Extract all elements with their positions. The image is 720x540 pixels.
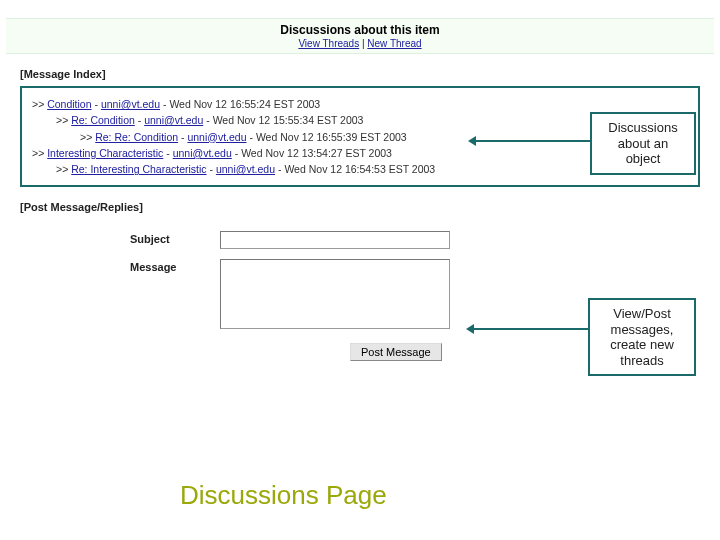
thread-subject-link[interactable]: Condition [47,98,91,110]
callout-viewpost: View/Post messages, create new threads [588,298,696,376]
thread-subject-link[interactable]: Re: Interesting Characteristic [71,163,206,175]
message-textarea[interactable] [220,259,450,329]
thread-subject-link[interactable]: Interesting Characteristic [47,147,163,159]
thread-date: Wed Nov 12 16:55:24 EST 2003 [169,98,320,110]
thread-prefix: >> [32,98,47,110]
thread-subject-link[interactable]: Re: Condition [71,114,135,126]
thread-author-link[interactable]: unni@vt.edu [144,114,203,126]
thread-subject-link[interactable]: Re: Re: Condition [95,131,178,143]
thread-date: Wed Nov 12 15:55:34 EST 2003 [213,114,364,126]
header-band: Discussions about this item View Threads… [6,18,714,54]
thread-author-link[interactable]: unni@vt.edu [187,131,246,143]
new-thread-link[interactable]: New Thread [367,38,421,49]
thread-prefix: >> [56,163,71,175]
subject-label: Subject [130,231,220,245]
thread-author-link[interactable]: unni@vt.edu [216,163,275,175]
view-threads-link[interactable]: View Threads [298,38,359,49]
thread-date: Wed Nov 12 13:54:27 EST 2003 [241,147,392,159]
message-index-label: [Message Index] [20,68,720,80]
thread-row: >> Condition - unni@vt.edu - Wed Nov 12 … [32,96,688,112]
thread-author-link[interactable]: unni@vt.edu [101,98,160,110]
arrow-icon [470,140,590,142]
page-title: Discussions Page [180,480,387,511]
thread-prefix: >> [32,147,47,159]
thread-date: Wed Nov 12 16:54:53 EST 2003 [284,163,435,175]
header-links: View Threads | New Thread [6,38,714,49]
callout-discussions: Discussions about an object [590,112,696,175]
post-message-button[interactable]: Post Message [350,343,442,361]
arrow-icon [468,328,588,330]
header-title: Discussions about this item [6,23,714,37]
message-label: Message [130,259,220,273]
thread-author-link[interactable]: unni@vt.edu [173,147,232,159]
subject-input[interactable] [220,231,450,249]
thread-prefix: >> [80,131,95,143]
post-replies-label: [Post Message/Replies] [20,201,720,213]
thread-prefix: >> [56,114,71,126]
thread-date: Wed Nov 12 16:55:39 EST 2003 [256,131,407,143]
